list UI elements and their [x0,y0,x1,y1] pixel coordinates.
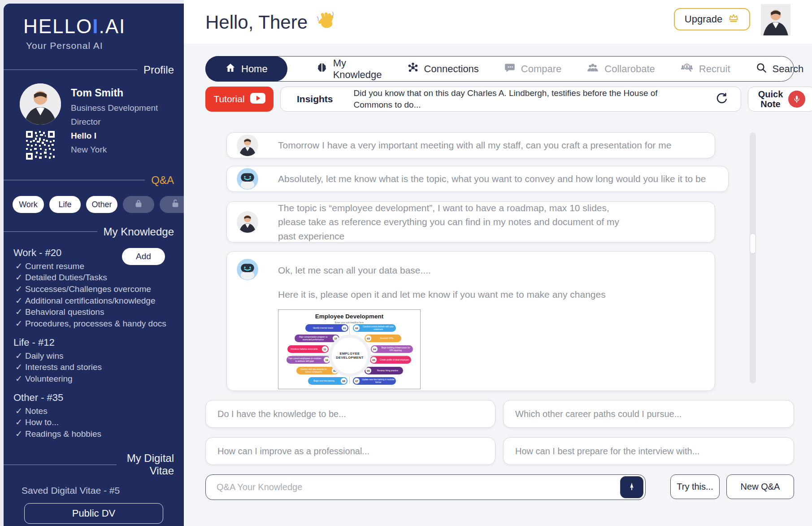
public-dv-button[interactable]: Public DV [24,503,163,524]
send-arrow-icon [627,482,637,493]
list-item: ✓Detailed Duties/Tasks [13,272,179,283]
message-text: Tomorrow I have a very important meeting… [278,138,671,152]
saved-vitae-count: Saved Digital Vitae - #5 [4,477,184,496]
knowledge-work-list: ✓Current resume ✓Detailed Duties/Tasks ✓… [13,261,179,330]
qa-pill-row: Work Life Other [4,186,184,213]
check-icon: ✓ [15,306,22,318]
qa-pill-other[interactable]: Other [86,196,117,213]
user-message-avatar [237,211,258,233]
upgrade-button[interactable]: Upgrade [674,8,750,30]
diagram-step-12: Align compensation program to scorecard … [295,335,339,342]
chat-message-ai-1: Absolutely, let me know what is the topi… [226,166,729,192]
diagram-step-06: 06Revamp hiring practice [365,367,403,374]
diagram-step-10: Train current employees on modules to ad… [287,356,330,364]
list-item: ✓Successes/Challenges overcome [13,283,179,295]
list-item: ✓How to... [13,417,179,428]
profile-role-line2: Director [71,117,158,127]
home-icon [225,62,236,76]
tab-home[interactable]: Home [205,56,287,82]
qa-pill-work[interactable]: Work [13,196,44,213]
quick-note-button[interactable]: Quick Note [748,87,812,112]
suggestion-card-3[interactable]: How can I improve as a professional... [205,437,495,465]
check-icon: ✓ [15,373,22,385]
list-item: ✓Procedures, processes & handy docs [13,318,179,330]
sidebar: HELLOI.AI Your Personal AI Profile [4,4,184,526]
tab-connections[interactable]: Connections [395,62,491,76]
tab-my-knowledge-label: My Knowledge [333,57,382,81]
check-icon: ✓ [15,350,22,362]
check-icon: ✓ [15,261,22,272]
tab-connections-label: Connections [424,63,479,75]
page-title: Hello, There [205,10,334,35]
waving-hand-icon [314,10,334,35]
tab-home-label: Home [241,63,268,75]
check-icon: ✓ [15,428,22,440]
qr-code [26,131,55,161]
qa-pill-locked-1[interactable] [123,196,154,213]
refresh-icon[interactable] [715,91,728,107]
tab-compare[interactable]: Compare [491,62,574,76]
user-avatar[interactable] [761,4,790,35]
ai-robot-avatar [237,259,258,280]
diagram-step-03: 03Establish KPIs [365,335,401,342]
try-this-button[interactable]: Try this... [670,474,720,499]
microphone-icon [788,91,805,108]
chat-message-ai-2: Ok, let me scan all your data base.... H… [226,251,715,391]
logo-accent: I [92,15,99,37]
tab-collarobate[interactable]: Collarobate [574,61,668,77]
knowledge-life-list: ✓Daily wins ✓Interests and stories ✓Volu… [13,350,179,385]
search-icon [756,62,767,76]
chat-scrollbar-track[interactable] [750,132,756,383]
qa-section-divider: Q&A [4,174,184,187]
suggestion-card-4[interactable]: How can I best prepare for the interview… [503,437,794,465]
top-bar: Hello, There [184,0,812,43]
profile-role-line1: Business Development [71,103,158,113]
check-icon: ✓ [15,295,22,307]
tab-my-knowledge[interactable]: My Knowledge [304,57,395,81]
list-item: ✓Additional certifications/knowledge [13,295,179,307]
knowledge-other-list: ✓Notes ✓How to... ✓Readings & hobbies [13,405,179,440]
chat-bubble-icon [504,62,516,76]
tab-collarobate-label: Collarobate [604,63,655,75]
list-item: ✓Readings & hobbies [13,428,179,440]
diagram-step-05: 05Create profile of ideal employee [370,356,411,364]
profile-name: Tom Smith [71,87,158,99]
qa-pill-life[interactable]: Life [49,196,81,213]
tab-recruit-label: Recruit [699,63,730,75]
employee-development-diagram[interactable]: Employee Development Enter your sub head… [278,309,421,389]
diagram-subtitle: Enter your sub headline here [278,321,420,324]
knowledge-life-heading: Life - #12 [13,337,179,348]
tab-recruit[interactable]: Recruit [668,61,743,77]
profile-section-label: Profile [137,64,184,76]
knowledge-panel: Add Work - #20 ✓Current resume ✓Detailed… [4,238,184,440]
profile-section-divider: Profile [4,64,184,76]
qa-pill-locked-2[interactable] [160,196,184,213]
chat-message-user-2: The topic is “employee development”, I w… [226,201,715,243]
chat-message-user-1: Tomorrow I have a very important meeting… [226,132,715,158]
knowledge-other-heading: Other - #35 [13,392,179,404]
message-text: The topic is “employee development”, I w… [278,201,632,243]
quick-note-label-line1: Quick [758,89,783,99]
suggestion-card-1[interactable]: Do I have the knowledge to be... [205,400,495,428]
check-icon: ✓ [15,361,22,373]
profile-company: Hello I [71,131,158,141]
send-button[interactable] [620,476,643,498]
suggestion-card-2[interactable]: Which other career paths could I pursue.… [503,400,794,428]
logo-part2: .AI [99,15,126,37]
tutorial-button[interactable]: Tutorial [205,87,274,112]
people-icon [586,61,599,77]
diagram-step-04: 04Begin building infrastructure for KPI … [371,345,413,353]
lock-open-icon [170,199,180,211]
message-text: Absolutely, let me know what is the topi… [278,172,706,186]
chat-scrollbar-thumb[interactable] [750,233,756,254]
avatar [20,83,61,125]
toolbar-row: Tutorial Insights Did you know that on t… [205,87,794,112]
new-qa-button[interactable]: New Q&A [726,474,794,499]
tab-search[interactable]: Search [743,62,812,76]
logo-part1: HELLO [23,15,92,37]
insights-label: Insights [281,94,354,104]
qa-input[interactable] [217,482,620,492]
insights-bar: Insights Did you know that on this day C… [280,87,741,112]
check-icon: ✓ [15,272,22,283]
vitae-section-divider: My Digital Vitae [4,452,184,477]
